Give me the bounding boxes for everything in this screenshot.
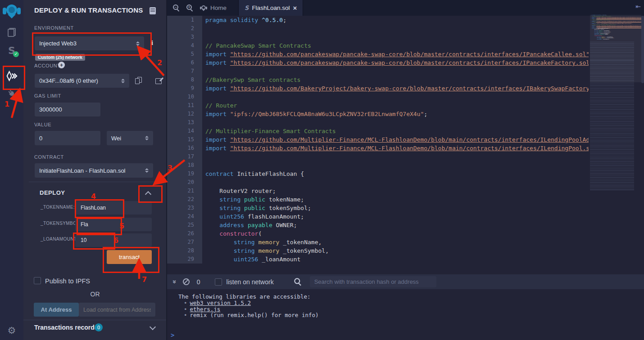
chevron-updown-icon — [136, 41, 140, 46]
code-line: 21 RouterV2 router; — [167, 187, 589, 195]
tab-flashloan-label: FlashLoan.sol — [252, 4, 290, 11]
code-line: 17 — [167, 152, 589, 161]
tab-home[interactable]: Home — [194, 0, 232, 16]
double-chevron-down-icon[interactable]: « — [170, 280, 177, 283]
terminal-count: 0 — [197, 278, 200, 286]
code-line: 6import "https://github.com/pancakeswap/… — [167, 58, 589, 67]
code-line: 10 — [167, 93, 589, 101]
code-line: 16import "https://github.com/Multiplier-… — [167, 144, 589, 152]
tokenname-input[interactable] — [75, 201, 152, 215]
environment-label: ENVIRONMENT — [34, 25, 74, 31]
transact-button[interactable]: transact — [107, 250, 152, 264]
icon-bar: S✓ ⚙ — [0, 0, 24, 340]
remix-ide: S✓ ⚙ DEPLOY & RUN TRANSACTIONS ENVIRONME… — [0, 0, 644, 340]
code-line: 25 address payable OWNER; — [167, 221, 589, 229]
gas-limit-label: GAS LIMIT — [34, 93, 61, 98]
editor-scrollbar[interactable] — [641, 16, 644, 83]
info-icon[interactable]: i — [151, 40, 153, 47]
file-explorer-icon[interactable] — [0, 28, 23, 37]
contract-value: InitiateFlashLoan - FlashLoan.sol — [39, 167, 126, 174]
code-line: 8//BakerySwp Smart contracts — [167, 76, 589, 84]
listen-network-checkbox[interactable] — [215, 278, 222, 286]
value-input[interactable] — [35, 131, 100, 145]
code-editor: − + Home S FlashLoan.sol × ⇤ 1pragma sol… — [167, 0, 644, 264]
contract-label: CONTRACT — [34, 154, 64, 160]
or-label: OR — [23, 291, 167, 298]
expand-down-icon[interactable] — [150, 324, 156, 330]
loanamount-label: _LOANAMOUNT: — [41, 237, 78, 242]
remix-help-text: remix (run remix.help() for more info) — [190, 312, 319, 318]
gas-limit-input[interactable] — [35, 103, 100, 116]
code-line: 26 constructor( — [167, 229, 589, 238]
code-line: 22 string public tokenName; — [167, 195, 589, 204]
tab-flashloan[interactable]: S FlashLoan.sol × — [238, 0, 303, 16]
deploy-run-panel: DEPLOY & RUN TRANSACTIONS ENVIRONMENT In… — [23, 0, 167, 340]
terminal-bullet: •remix (run remix.help() for more info) — [178, 312, 319, 318]
minimap-line: 29 uint256 _loanAmount — [590, 39, 641, 40]
remix-home-icon — [200, 4, 207, 12]
account-select[interactable]: 0x34F...08af6 (0 ether) — [35, 74, 129, 88]
terminal-output: The following libraries are accessible: … — [178, 294, 319, 318]
close-icon[interactable]: × — [293, 5, 297, 11]
search-icon — [294, 278, 302, 286]
terminal-bullet: •ethers.js — [178, 306, 319, 313]
code-line: 13 — [167, 118, 589, 127]
minimap[interactable]: 1pragma solidity ^0.5.0;234// PancakeSwa… — [590, 15, 641, 232]
chevron-updown-icon — [121, 79, 125, 83]
zoom-out-icon[interactable]: − — [173, 4, 180, 12]
code-line: 11// Router — [167, 101, 589, 110]
web3-link[interactable]: web3 version 1.5.2 — [190, 300, 251, 306]
deploy-header: DEPLOY — [40, 189, 65, 196]
chevron-updown-icon — [145, 168, 149, 173]
code-line: 9import "https://github.com/BakeryProjec… — [167, 84, 589, 93]
account-value: 0x34F...08af6 (0 ether) — [39, 77, 98, 84]
value-label: VALUE — [34, 122, 51, 127]
settings-gear-icon[interactable]: ⚙ — [0, 326, 23, 336]
contract-select[interactable]: InitiateFlashLoan - FlashLoan.sol — [35, 163, 153, 178]
tokensymbol-input[interactable] — [75, 218, 152, 231]
at-address-input[interactable] — [79, 303, 155, 317]
chevron-updown-icon — [145, 136, 149, 140]
book-icon[interactable] — [150, 7, 156, 14]
collapse-panel-icon[interactable]: ⇤ — [635, 3, 641, 10]
code-area[interactable]: 1pragma solidity ^0.5.0;234// PancakeSwa… — [167, 16, 589, 264]
terminal-search-input[interactable] — [310, 276, 436, 287]
code-line: 27 string memory _tokenName, — [167, 238, 589, 246]
plugin-manager-icon[interactable] — [0, 89, 23, 98]
environment-select[interactable]: Injected Web3 — [35, 36, 144, 50]
code-line: 14// Multiplier-Finance Smart Contracts — [167, 127, 589, 135]
deploy-run-icon[interactable] — [0, 70, 23, 82]
minimap-overflow — [590, 42, 634, 190]
code-line: 3 — [167, 33, 589, 41]
code-line: 28 string memory _tokenSymbol, — [167, 246, 589, 255]
publish-ipfs-checkbox[interactable] — [34, 277, 41, 284]
code-line: 2 — [167, 24, 589, 33]
remix-logo[interactable] — [0, 2, 23, 20]
tab-home-label: Home — [210, 4, 227, 11]
block-icon[interactable] — [183, 278, 190, 285]
at-address-button[interactable]: At Address — [34, 303, 79, 317]
ethers-link[interactable]: ethers.js — [190, 306, 221, 313]
compiled-check-icon: ✓ — [13, 51, 19, 57]
terminal-bullet: •web3 version 1.5.2 — [178, 300, 319, 306]
terminal-prompt[interactable]: > — [171, 331, 174, 339]
add-account-icon[interactable]: + — [58, 62, 65, 68]
solidity-compiler-icon[interactable]: S✓ — [0, 46, 23, 56]
code-line: 15import "https://github.com/Multiplier-… — [167, 135, 589, 144]
code-line: 24 uint256 flashLoanAmount; — [167, 212, 589, 221]
solidity-file-icon: S — [245, 4, 249, 11]
loanamount-input[interactable] — [75, 233, 152, 247]
edit-account-icon[interactable] — [155, 77, 163, 84]
copy-account-icon[interactable] — [135, 77, 142, 84]
value-unit-select[interactable]: Wei — [107, 131, 153, 145]
code-line: 23 string public tokenSymbol; — [167, 204, 589, 212]
code-line: 19contract InitiateFlashLoan { — [167, 170, 589, 178]
code-line: 12import "ipfs://QmbJ685kFCLQmA8naW6u3LC… — [167, 110, 589, 118]
network-badge: Custom (25) network — [35, 54, 85, 61]
code-line: 7 — [167, 67, 589, 76]
terminal: « 0 listen on network The following libr… — [167, 264, 644, 340]
collapse-up-icon[interactable] — [145, 191, 151, 197]
zoom-in-icon[interactable]: + — [186, 4, 194, 12]
code-line: 29 uint256 _loanAmount — [167, 255, 589, 264]
transactions-recorded-label: Transactions recorded — [34, 324, 102, 331]
